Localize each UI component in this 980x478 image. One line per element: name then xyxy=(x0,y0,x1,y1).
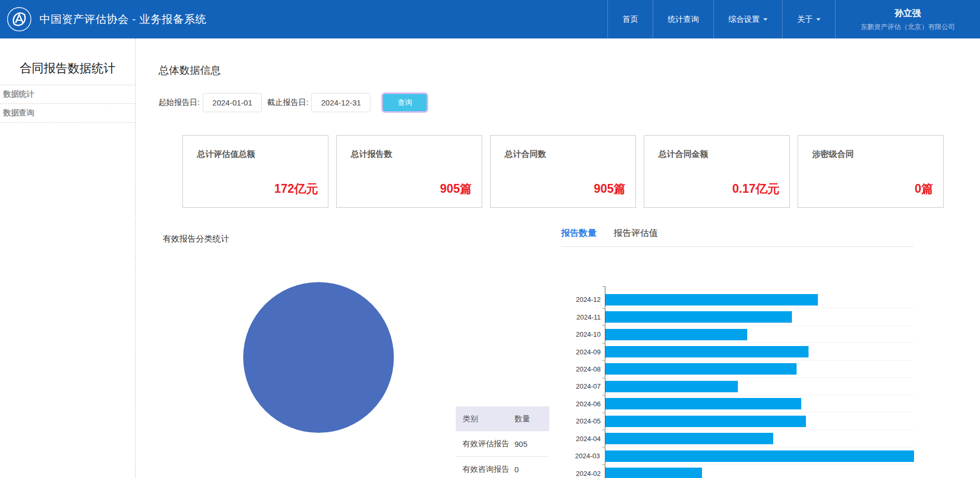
bar[interactable] xyxy=(605,329,747,340)
tab-report-count[interactable]: 报告数量 xyxy=(561,227,597,239)
bar-row: 2024-03 xyxy=(498,447,914,464)
stat-card-total-appraisal-value: 总计评估值总额 172亿元 xyxy=(182,135,328,208)
bar-chart: 2024-122024-112024-102024-092024-082024-… xyxy=(498,291,914,478)
bar[interactable] xyxy=(605,450,914,462)
bar-category-label: 2024-03 xyxy=(498,452,600,460)
start-date-input[interactable] xyxy=(203,93,262,112)
bar-row: 2024-04 xyxy=(498,430,914,447)
stat-card-total-contract-amount: 总计合同金额 0.17亿元 xyxy=(644,135,790,208)
bar-category-label: 2024-09 xyxy=(498,348,601,356)
bar[interactable] xyxy=(605,311,792,323)
nav-item-statistics-query[interactable]: 统计查询 xyxy=(653,0,713,38)
bar-category-label: 2024-07 xyxy=(498,382,601,390)
pie-section-title: 有效报告分类统计 xyxy=(163,234,229,245)
main-nav: 首页 统计查询 综合设置 关于 xyxy=(607,0,836,38)
stat-card-title: 总计报告数 xyxy=(351,149,392,160)
pie-chart[interactable] xyxy=(243,282,394,433)
tabs-divider xyxy=(561,246,913,247)
bar-row: 2024-10 xyxy=(498,326,914,343)
bar-row: 2024-07 xyxy=(498,378,914,395)
bar[interactable] xyxy=(605,346,809,357)
nav-item-home[interactable]: 首页 xyxy=(607,0,653,38)
bar[interactable] xyxy=(605,468,702,478)
stat-card-title: 总计合同数 xyxy=(505,149,546,160)
bar[interactable] xyxy=(605,416,806,427)
sidebar: 合同报告数据统计 数据统计 数据查询 xyxy=(0,38,136,478)
chevron-down-icon xyxy=(763,18,767,21)
tab-report-appraisal-value[interactable]: 报告评估值 xyxy=(614,227,658,239)
stat-card-value: 0篇 xyxy=(915,181,933,197)
stat-card-value: 905篇 xyxy=(594,181,626,197)
nav-item-label: 关于 xyxy=(797,15,813,24)
chart-tabs: 报告数量 报告评估值 xyxy=(561,227,658,239)
sidebar-item-data-statistics[interactable]: 数据统计 xyxy=(0,85,135,103)
start-date-label: 起始报告日: xyxy=(158,98,200,108)
stat-cards-row: 总计评估值总额 172亿元 总计报告数 905篇 总计合同数 905篇 总计合同… xyxy=(182,135,944,208)
nav-item-label: 统计查询 xyxy=(668,15,699,24)
end-date-label: 截止报告日: xyxy=(267,98,308,108)
bar[interactable] xyxy=(605,363,797,375)
date-filter-row: 起始报告日: 截止报告日: 查询 xyxy=(158,93,427,112)
app-header: 中国资产评估协会 - 业务报备系统 首页 统计查询 综合设置 关于 孙立强 东鹏… xyxy=(0,0,980,38)
user-name: 孙立强 xyxy=(843,7,973,19)
stat-card-value: 172亿元 xyxy=(274,181,318,197)
bar-row: 2024-12 xyxy=(498,291,914,308)
page-title: 总体数据信息 xyxy=(158,63,221,77)
bar-row: 2024-11 xyxy=(498,308,914,325)
user-block[interactable]: 孙立强 东鹏资产评估（北京）有限公司 xyxy=(836,7,980,32)
stat-card-title: 总计评估值总额 xyxy=(197,149,255,160)
bar-row: 2024-05 xyxy=(498,413,914,430)
bar-category-label: 2024-06 xyxy=(498,400,601,408)
nav-item-label: 综合设置 xyxy=(729,15,760,24)
bar-category-label: 2024-08 xyxy=(498,365,601,373)
stat-card-value: 0.17亿元 xyxy=(732,181,779,197)
bar-row: 2024-02 xyxy=(498,464,914,478)
stat-card-value: 905篇 xyxy=(440,181,472,197)
nav-item-about[interactable]: 关于 xyxy=(782,0,836,38)
bar-category-label: 2024-02 xyxy=(498,470,601,477)
bar-category-label: 2024-12 xyxy=(498,296,601,303)
bar-row: 2024-08 xyxy=(498,361,914,378)
sidebar-title: 合同报告数据统计 xyxy=(0,60,135,76)
query-button[interactable]: 查询 xyxy=(383,94,427,111)
bar[interactable] xyxy=(605,398,801,409)
bar-row: 2024-06 xyxy=(498,395,914,413)
nav-item-settings[interactable]: 综合设置 xyxy=(713,0,782,38)
stat-card-total-contracts: 总计合同数 905篇 xyxy=(490,135,636,208)
axis-tick xyxy=(602,286,605,287)
app-title: 中国资产评估协会 - 业务报备系统 xyxy=(39,12,206,26)
association-logo-icon xyxy=(7,7,32,32)
bar[interactable] xyxy=(605,294,818,306)
end-date-input[interactable] xyxy=(311,93,370,112)
stat-card-title: 涉密级合同 xyxy=(812,149,854,160)
nav-item-label: 首页 xyxy=(623,15,638,24)
stat-card-classified-contracts: 涉密级合同 0篇 xyxy=(798,135,944,208)
main-content: 总体数据信息 起始报告日: 截止报告日: 查询 总计评估值总额 172亿元 总计… xyxy=(136,38,980,478)
stat-card-title: 总计合同金额 xyxy=(658,149,708,160)
bar-row: 2024-09 xyxy=(498,343,914,360)
stat-card-total-reports: 总计报告数 905篇 xyxy=(336,135,482,208)
bar[interactable] xyxy=(605,433,773,444)
sidebar-item-data-query[interactable]: 数据查询 xyxy=(0,103,135,123)
chevron-down-icon xyxy=(816,18,820,21)
bar[interactable] xyxy=(605,381,738,392)
bar-category-label: 2024-04 xyxy=(498,435,601,443)
bar-category-label: 2024-05 xyxy=(498,417,601,425)
bar-category-label: 2024-10 xyxy=(498,330,601,338)
bar-category-label: 2024-11 xyxy=(498,313,601,321)
user-company: 东鹏资产评估（北京）有限公司 xyxy=(843,22,973,32)
